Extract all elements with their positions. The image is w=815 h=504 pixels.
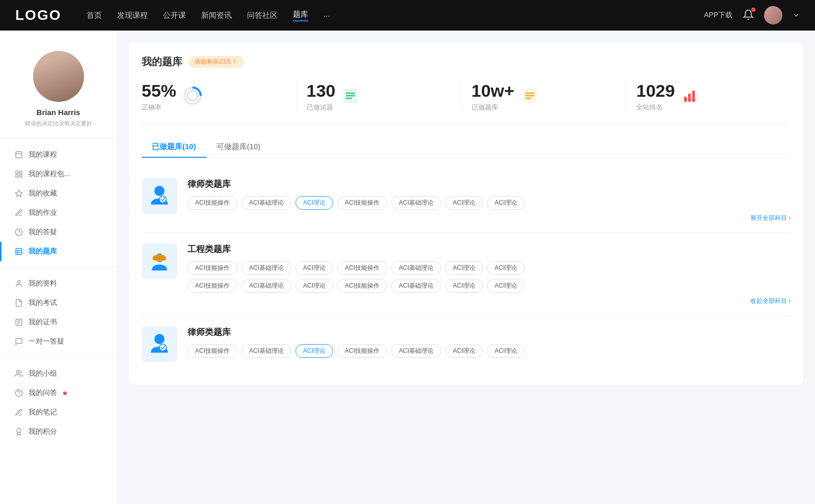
sidebar-item-points[interactable]: 我的积分 (0, 422, 117, 441)
pie-chart-icon (182, 86, 203, 108)
avatar-dropdown-icon[interactable] (793, 12, 800, 19)
sidebar-item-my-questions[interactable]: 我的问答 (0, 383, 117, 403)
tag-item[interactable]: ACI技能操作 (187, 279, 237, 293)
sidebar-item-one-on-one[interactable]: 一对一答疑 (0, 332, 117, 351)
tab-available[interactable]: 可做题库(10) (206, 137, 271, 158)
sidebar-item-certificate[interactable]: 我的证书 (0, 313, 117, 332)
main-layout: Brian Harris 错误的决定比没有决定要好 我的课程 我的课程包... (0, 31, 815, 504)
svg-rect-34 (688, 94, 691, 102)
collapse-link[interactable]: 收起全部科目 › (187, 297, 791, 305)
tag-item[interactable]: ACI基础理论 (391, 344, 441, 358)
stat-done-banks: 10w+ 已做题库 (461, 81, 627, 112)
homework-icon (14, 208, 23, 217)
svg-rect-9 (16, 248, 22, 255)
stat-accuracy-value: 55% (142, 81, 176, 101)
trial-badge: 体验剩余23天！ (188, 56, 244, 68)
tag-item[interactable]: ACI技能操作 (337, 344, 387, 358)
svg-point-13 (17, 281, 20, 283)
stat-accuracy-values: 55% 正确率 (142, 81, 176, 112)
tag-item[interactable]: ACI技能操作 (337, 279, 387, 293)
profile-motto: 错误的决定比没有决定要好 (10, 120, 106, 127)
notification-dot (751, 8, 755, 12)
sidebar-label-homework: 我的作业 (29, 208, 57, 217)
engineering-card-title: 工程类题库 (187, 243, 791, 255)
tag-item[interactable]: ACI理论 (487, 344, 525, 358)
app-download-link[interactable]: APP下载 (704, 11, 732, 20)
stats-row: 55% 正确率 130 已做试题 (142, 81, 791, 125)
nav-home[interactable]: 首页 (87, 11, 102, 20)
tag-item[interactable]: ACI基础理论 (241, 196, 291, 210)
bank-card-lawyer2: 律师类题库 ACI技能操作 ACI基础理论 ACI理论 ACI技能操作 ACI基… (142, 316, 791, 372)
expand-link-1[interactable]: 展开全部科目 › (187, 214, 791, 222)
nav-question-bank[interactable]: 题库 (293, 10, 308, 21)
sidebar-item-packages[interactable]: 我的课程包... (0, 164, 117, 184)
user-avatar[interactable] (764, 6, 782, 24)
nav-qa[interactable]: 问答社区 (247, 11, 278, 20)
tag-item[interactable]: ACI理论 (487, 261, 525, 275)
profile-section: Brian Harris 错误的决定比没有决定要好 (0, 41, 117, 132)
divider1 (0, 138, 117, 139)
lawyer-card-2-tags: ACI技能操作 ACI基础理论 ACI理论 ACI技能操作 ACI基础理论 AC… (187, 344, 791, 358)
nav-news[interactable]: 新闻资讯 (201, 11, 232, 20)
tag-item[interactable]: ACI理论 (295, 279, 333, 293)
tag-item[interactable]: ACI基础理论 (241, 261, 291, 275)
one-on-one-icon (14, 337, 23, 346)
notification-bell[interactable] (743, 9, 754, 22)
tag-item[interactable]: ACI基础理论 (241, 344, 291, 358)
tag-item[interactable]: ACI理论 (487, 279, 525, 293)
tab-done[interactable]: 已做题库(10) (142, 137, 206, 158)
engineering-card-body: 工程类题库 ACI技能操作 ACI基础理论 ACI理论 ACI技能操作 ACI基… (187, 243, 791, 305)
sidebar-item-question-bank[interactable]: 我的题库 (0, 242, 117, 261)
tag-item[interactable]: ACI技能操作 (337, 196, 387, 210)
sidebar-item-favorites[interactable]: 我的收藏 (0, 184, 117, 203)
tag-item[interactable]: ACI理论 (295, 261, 333, 275)
sidebar-item-notes[interactable]: 我的笔记 (0, 403, 117, 422)
tag-item[interactable]: ACI理论 (445, 279, 483, 293)
stat-done-questions: 130 已做试题 (296, 81, 461, 112)
tag-item[interactable]: ACI理论 (445, 196, 483, 210)
tag-item[interactable]: ACI技能操作 (187, 196, 237, 210)
stat-ranking: 1029 全站排名 (626, 81, 791, 112)
stat-done-questions-values: 130 已做试题 (307, 81, 336, 112)
sidebar-label-packages: 我的课程包... (29, 170, 70, 179)
tag-item[interactable]: ACI技能操作 (187, 261, 237, 275)
svg-rect-5 (19, 175, 22, 177)
avatar-image (33, 51, 84, 102)
tag-item-active[interactable]: ACI理论 (295, 196, 333, 210)
tag-item[interactable]: ACI基础理论 (391, 279, 441, 293)
sidebar-label-exam: 我的考试 (29, 298, 57, 307)
svg-rect-33 (684, 97, 687, 102)
sidebar-item-homework[interactable]: 我的作业 (0, 203, 117, 222)
nav-open-course[interactable]: 公开课 (163, 11, 186, 20)
tag-item[interactable]: ACI理论 (445, 261, 483, 275)
tag-item-active[interactable]: ACI理论 (295, 344, 333, 358)
page-title: 我的题库 (142, 55, 182, 69)
sidebar-label-points: 我的积分 (29, 427, 57, 436)
avatar-image (764, 6, 782, 24)
tag-item[interactable]: ACI基础理论 (391, 261, 441, 275)
sidebar-item-profile[interactable]: 我的资料 (0, 274, 117, 293)
sidebar-item-courses[interactable]: 我的课程 (0, 145, 117, 164)
nav-right: APP下载 (704, 6, 800, 24)
questions-notification-dot (63, 391, 67, 395)
nav-discover[interactable]: 发现课程 (117, 11, 148, 20)
sidebar-label-one-on-one: 一对一答疑 (29, 337, 64, 346)
tag-item[interactable]: ACI理论 (445, 344, 483, 358)
list-green-icon (341, 87, 360, 107)
tag-item[interactable]: ACI理论 (487, 196, 525, 210)
sidebar-item-answers[interactable]: 我的答疑 (0, 222, 117, 242)
sidebar-menu: 我的课程 我的课程包... 我的收藏 我的作业 (0, 145, 117, 441)
sidebar-item-group[interactable]: 我的小组 (0, 364, 117, 383)
tag-item[interactable]: ACI基础理论 (241, 279, 291, 293)
lawyer-icon-2 (142, 326, 177, 362)
divider3 (0, 357, 117, 358)
main-content: 我的题库 体验剩余23天！ 55% 正确率 (117, 31, 815, 504)
stat-ranking-label: 全站排名 (636, 103, 675, 112)
tab-bar: 已做题库(10) 可做题库(10) (142, 137, 791, 158)
svg-rect-3 (19, 171, 22, 174)
nav-more[interactable]: ··· (323, 11, 330, 20)
tag-item[interactable]: ACI技能操作 (187, 344, 237, 358)
tag-item[interactable]: ACI技能操作 (337, 261, 387, 275)
tag-item[interactable]: ACI基础理论 (391, 196, 441, 210)
sidebar-item-exam[interactable]: 我的考试 (0, 293, 117, 313)
